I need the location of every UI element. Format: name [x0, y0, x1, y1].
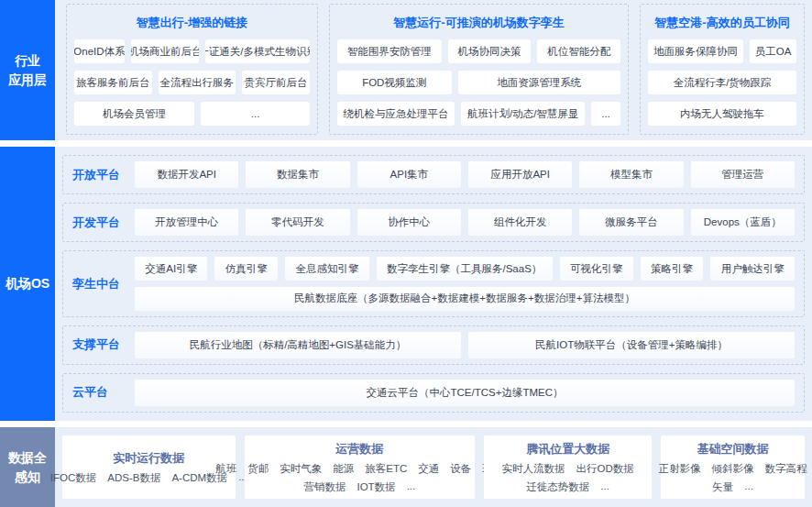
app-column-smart-operation: 智慧运行-可推演的机场数字孪生 智能围界安防管理 机场协同决策 机位智能分配 F… [329, 4, 629, 135]
data-item: 营销数据 [303, 480, 346, 494]
os-card: 交通AI引擎 [135, 257, 207, 281]
data-card-line: 营销数据 IOT数据 ... [303, 480, 415, 494]
os-card: 数据集市 [246, 161, 349, 188]
app-card-more: ... [201, 102, 310, 126]
data-card-line: 实时人流数据 出行OD数据 [502, 462, 634, 476]
os-row-cloud-platform: 云平台 交通云平台（中心TCE/TCS+边缘TMEC） [62, 373, 805, 413]
os-row-dev-platform: 开发平台 开放管理中心 零代码开发 协作中心 组件化开发 微服务平台 Devop… [62, 203, 805, 242]
card-row: 地面服务保障协同 员工OA [648, 39, 796, 63]
os-card: 策略引擎 [641, 257, 704, 281]
data-card-line: 矢量 ... [712, 480, 753, 494]
layer-label-data-perception: 数据全 感知 [0, 427, 55, 507]
app-card: 机场商业前后台 [131, 39, 199, 63]
layer-label-line: 行业 [15, 51, 40, 71]
os-row-label: 支撑平台 [72, 336, 126, 353]
app-card: 地面服务保障协同 [648, 39, 743, 63]
os-row-label: 孪生中台 [72, 276, 126, 292]
data-item: 矢量 [712, 480, 733, 494]
airport-os-layer: 机场OS 开放平台 数据开发API 数据集市 API集市 应用开放API 模型集… [0, 147, 812, 421]
airport-os-architecture-diagram: 行业 应用层 智慧出行-增强的链接 OneID体系 机场商业前后台 一证通关/多… [0, 0, 812, 507]
app-column-smart-airport: 智慧空港-高效的员工协同 地面服务保障协同 员工OA 全流程行李/货物跟踪 内场… [640, 4, 805, 135]
app-card: FOD视频监测 [337, 71, 452, 94]
app-card: 一证通关/多模式生物识别 [205, 39, 310, 63]
os-card: 微服务平台 [579, 209, 683, 236]
layer-label-line: 感知 [15, 468, 40, 487]
os-card: 零代码开发 [246, 209, 349, 236]
os-row-label: 云平台 [72, 384, 126, 401]
app-card: 机位智能分配 [537, 39, 620, 63]
data-item: 实时人流数据 [502, 462, 565, 476]
os-card-line: 民航数据底座（多源数据融合+数据建模+数据服务+数据治理+算法模型） [135, 287, 795, 311]
os-card: 仿真引擎 [214, 257, 278, 281]
app-card: 航班计划/动态/智慧屏显 [461, 102, 585, 126]
data-item: 迁徙态势数据 [526, 480, 589, 494]
data-card-title: 实时运行数据 [113, 450, 184, 467]
data-card-title: 基础空间数据 [697, 441, 769, 457]
card-row: 内场无人驾驶拖车 [648, 102, 796, 126]
data-item: 正射影像 [659, 462, 701, 476]
data-card-tencent-location: 腾讯位置大数据 实时人流数据 出行OD数据 迁徙态势数据 ... [484, 435, 652, 499]
app-card: 贵宾厅前后台 [242, 71, 310, 94]
data-item: 设备 [450, 462, 471, 476]
os-card-line: 数据开发API 数据集市 API集市 应用开放API 模型集市 管理运营 [135, 161, 795, 188]
os-row-support-platform: 支撑平台 民航行业地图（标精/高精地图+GIS基础能力） 民航IOT物联平台（设… [62, 325, 805, 365]
os-card: 管理运营 [691, 161, 795, 188]
layer-label-line: 应用层 [8, 71, 47, 90]
os-row-label: 开发平台 [72, 215, 126, 231]
os-row-lines: 数据开发API 数据集市 API集市 应用开放API 模型集市 管理运营 [135, 161, 795, 188]
app-card: 全流程行李/货物跟踪 [648, 71, 796, 94]
app-card: 机场会员管理 [74, 102, 194, 126]
layer-label-line: 机场OS [5, 274, 49, 293]
os-card: 全息感知引擎 [285, 257, 369, 281]
data-perception-layer: 数据全 感知 实时运行数据 IFOC数据 ADS-B数据 A-CDM数据 ...… [0, 427, 812, 507]
data-card-title: 运营数据 [335, 441, 383, 457]
os-card: 协作中心 [357, 209, 461, 236]
data-item-more: ... [600, 480, 609, 494]
data-card-line: 正射影像 倾斜影像 数字高程 [659, 462, 807, 476]
os-card: 可视化引擎 [560, 257, 633, 281]
os-row-lines: 开放管理中心 零代码开发 协作中心 组件化开发 微服务平台 Devops（蓝盾） [135, 209, 795, 236]
data-card-business-operation: 运营数据 航班 货邮 实时气象 能源 旅客ETC 交通 设备 环境 营销数据 I… [245, 435, 476, 499]
os-card-line: 交通云平台（中心TCE/TCS+边缘TMEC） [135, 380, 795, 406]
data-item-more: ... [744, 480, 753, 494]
data-item: 实时气象 [280, 462, 322, 476]
app-card: 旅客服务前后台 [74, 71, 152, 94]
os-row-label: 开放平台 [72, 167, 126, 183]
layer-label-airport-os: 机场OS [0, 147, 55, 421]
data-item: 倾斜影像 [712, 462, 754, 476]
card-row: OneID体系 机场商业前后台 一证通关/多模式生物识别 [74, 39, 310, 63]
app-card: 地面资源管理系统 [458, 71, 620, 94]
os-card: 组件化开发 [468, 209, 572, 236]
data-item: 航班 [215, 462, 236, 476]
os-card: 民航IOT物联平台（设备管理+策略编排） [468, 332, 795, 358]
os-card: API集市 [357, 161, 461, 188]
data-item: 数字高程 [765, 462, 807, 476]
app-layer-content: 智慧出行-增强的链接 OneID体系 机场商业前后台 一证通关/多模式生物识别 … [55, 0, 812, 140]
data-item: ADS-B数据 [107, 471, 160, 485]
data-item: 旅客ETC [365, 462, 407, 476]
data-item-more: ... [407, 480, 416, 494]
os-card: 民航行业地图（标精/高精地图+GIS基础能力） [135, 332, 461, 358]
os-row-lines: 交通AI引擎 仿真引擎 全息感知引擎 数字孪生引擎（工具服务/SaaS） 可视化… [135, 257, 795, 310]
os-card: 数据开发API [135, 161, 238, 188]
column-title: 智慧运行-可推演的机场数字孪生 [337, 10, 620, 32]
app-card: 机场协同决策 [448, 39, 532, 63]
app-card: OneID体系 [74, 39, 125, 63]
card-row: 机场会员管理 ... [74, 102, 310, 126]
layer-label-industry-application: 行业 应用层 [0, 0, 55, 140]
column-title: 智慧出行-增强的链接 [74, 10, 310, 32]
os-card: Devops（蓝盾） [691, 209, 795, 236]
industry-application-layer: 行业 应用层 智慧出行-增强的链接 OneID体系 机场商业前后台 一证通关/多… [0, 0, 812, 140]
os-card: 应用开放API [468, 161, 572, 188]
card-row: 智能围界安防管理 机场协同决策 机位智能分配 [337, 39, 620, 63]
data-item: IFOC数据 [50, 471, 96, 485]
os-card: 开放管理中心 [135, 209, 238, 236]
card-row: 旅客服务前后台 全流程出行服务 贵宾厅前后台 [74, 71, 310, 94]
data-item: IOT数据 [357, 480, 395, 494]
data-item: 货邮 [247, 462, 269, 476]
data-card-title: 腾讯位置大数据 [526, 441, 609, 457]
data-item: 出行OD数据 [576, 462, 634, 476]
column-title: 智慧空港-高效的员工协同 [648, 10, 796, 32]
card-row: 绕机检与应急处理平台 航班计划/动态/智慧屏显 ... [337, 102, 620, 126]
os-card: 数字孪生引擎（工具服务/SaaS） [377, 257, 553, 281]
